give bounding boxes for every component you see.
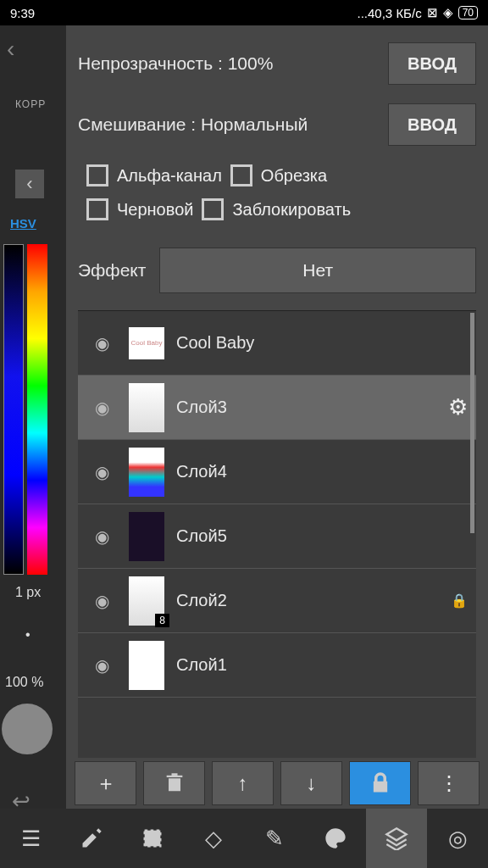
layer-thumb [129, 448, 164, 497]
layer-row[interactable]: ◉ Cool Baby Cool Baby [78, 311, 476, 376]
layer-row[interactable]: ◉ Слой3 ⚙ [78, 376, 476, 440]
palette-icon[interactable] [305, 809, 366, 868]
layer-name: Cool Baby [176, 333, 468, 353]
menu-icon[interactable]: ☰ [0, 809, 61, 868]
delete-layer-button[interactable] [143, 761, 205, 805]
brush-opacity: 100 % [5, 675, 43, 690]
layer-row[interactable]: ◉ 8 Слой2 🔒 [78, 569, 476, 633]
layers-icon[interactable] [366, 809, 427, 868]
alpha-checkbox[interactable]: Альфа-канал [86, 164, 222, 186]
add-layer-button[interactable]: ＋ [75, 761, 136, 805]
lock-checkbox[interactable]: Заблокировать [202, 198, 351, 220]
layer-thumb [129, 383, 164, 432]
visibility-icon[interactable]: ◉ [86, 462, 117, 482]
gear-icon[interactable]: ⚙ [448, 394, 468, 420]
edit-icon[interactable] [61, 809, 122, 868]
effect-dropdown[interactable]: Нет [159, 248, 476, 293]
layer-name: Слой3 [176, 398, 436, 417]
target-icon[interactable]: ◎ [427, 809, 488, 868]
clip-checkbox[interactable]: Обрезка [230, 164, 327, 186]
clock: 9:39 [10, 6, 35, 20]
scrollbar[interactable] [470, 313, 474, 533]
brush-dot-icon: • [25, 627, 30, 643]
layer-thumb: Cool Baby [129, 327, 164, 359]
opacity-input-button[interactable]: ВВОД [388, 42, 476, 85]
left-tools: ‹ КОРР ‹ HSV 1 px • 100 % ↩ [0, 25, 66, 868]
badge: 8 [155, 614, 169, 627]
visibility-icon[interactable]: ◉ [86, 591, 117, 611]
hue-slider[interactable] [27, 244, 47, 575]
svg-rect-0 [145, 831, 161, 847]
wifi-icon: ◈ [443, 5, 453, 20]
brush-size: 1 px [15, 585, 41, 600]
layer-thumb [129, 641, 164, 690]
hsv-link[interactable]: HSV [10, 216, 36, 231]
layer-row[interactable]: ◉ Слой5 [78, 504, 476, 569]
blend-input-button[interactable]: ВВОД [388, 103, 476, 146]
opacity-label: Непрозрачность : 100% [78, 53, 273, 74]
layer-name: Слой2 [176, 591, 439, 610]
color-swatch[interactable] [2, 704, 53, 754]
layer-thumb: 8 [129, 576, 164, 626]
back-icon[interactable]: ‹ [7, 36, 14, 63]
layer-name: Слой4 [176, 462, 468, 481]
visibility-icon[interactable]: ◉ [86, 526, 117, 547]
collapse-button[interactable]: ‹ [15, 170, 44, 198]
layer-toolbar: ＋ ↑ ↓ ⋮ [66, 758, 488, 809]
value-slider[interactable] [3, 244, 24, 575]
more-button[interactable]: ⋮ [418, 761, 480, 805]
effect-label: Эффект [78, 260, 146, 281]
status-bar: 9:39 ...40,3 КБ/с ⊠ ◈ 70 [0, 0, 488, 25]
select-icon[interactable] [122, 809, 183, 868]
layer-thumb [129, 512, 164, 561]
blend-label: Смешивание : Нормальный [78, 114, 308, 135]
layer-name: Слой5 [176, 526, 468, 546]
visibility-icon[interactable]: ◉ [86, 655, 117, 676]
lock-button[interactable] [349, 761, 411, 805]
correction-button[interactable]: КОРР [15, 98, 46, 110]
lock-icon: 🔒 [451, 593, 468, 609]
close-x-icon: ⊠ [427, 5, 438, 20]
layer-row[interactable]: ◉ Слой1 [78, 633, 476, 698]
move-up-button[interactable]: ↑ [212, 761, 274, 805]
bottom-nav: ☰ ◇ ✎ ◎ [0, 809, 488, 868]
layer-panel: Непрозрачность : 100% ВВОД Смешивание : … [66, 25, 488, 809]
layer-name: Слой1 [176, 655, 468, 675]
visibility-icon[interactable]: ◉ [86, 398, 117, 418]
battery-icon: 70 [458, 6, 478, 19]
move-down-button[interactable]: ↓ [280, 761, 342, 805]
layer-row[interactable]: ◉ Слой4 [78, 440, 476, 504]
layer-list: ◉ Cool Baby Cool Baby ◉ Слой3 ⚙ ◉ Слой4 … [78, 310, 476, 809]
net-speed: ...40,3 КБ/с [358, 6, 422, 20]
visibility-icon[interactable]: ◉ [86, 333, 117, 353]
pencil-icon[interactable]: ✎ [244, 809, 305, 868]
rotate-icon[interactable]: ◇ [183, 809, 244, 868]
draft-checkbox[interactable]: Черновой [86, 198, 193, 220]
